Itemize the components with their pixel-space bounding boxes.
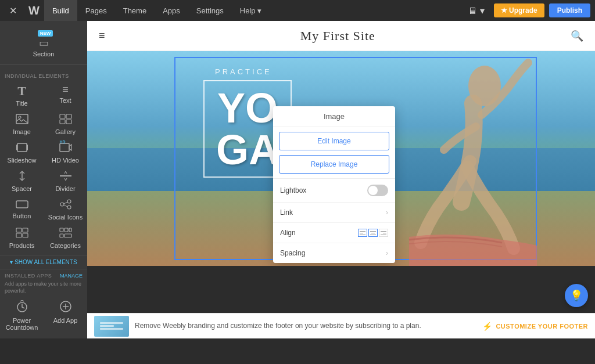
link-row[interactable]: Link › (273, 203, 395, 223)
new-badge: NEW (38, 30, 53, 37)
spacer-icon (16, 171, 28, 184)
toggle-knob (368, 186, 378, 195)
section-icon: ▭ (39, 37, 49, 49)
chevron-right-icon: › (386, 208, 388, 217)
sidebar-item-spacer[interactable]: Spacer (0, 167, 44, 196)
spacing-row[interactable]: Spacing › (273, 243, 395, 263)
svg-rect-20 (16, 233, 21, 237)
align-label: Align (280, 229, 296, 237)
image-label: Image (13, 128, 31, 135)
hd-video-label: HD Video (52, 157, 79, 164)
popup-title: Image (273, 106, 395, 127)
svg-point-15 (67, 206, 71, 209)
upgrade-button[interactable]: ★ Upgrade (494, 3, 544, 17)
footer-bar: Remove Weebly branding and customize the… (87, 313, 595, 338)
sidebar-item-slideshow[interactable]: Slideshow (0, 139, 44, 167)
svg-rect-3 (66, 114, 71, 118)
slideshow-icon (16, 142, 28, 156)
svg-rect-18 (16, 228, 21, 232)
hamburger-icon[interactable]: ≡ (99, 30, 105, 42)
sidebar-item-social-icons[interactable]: Social Icons (44, 196, 87, 224)
products-label: Products (9, 242, 34, 249)
show-all-label: ▾ SHOW ALL ELEMENTS (10, 259, 77, 265)
footer-message: Remove Weebly branding and customize the… (135, 322, 476, 331)
hd-video-icon: HD (59, 142, 72, 156)
svg-rect-26 (64, 234, 71, 237)
replace-image-button[interactable]: Replace Image (279, 155, 389, 174)
align-icons (358, 229, 388, 237)
tab-help[interactable]: Help ▾ (232, 0, 270, 21)
show-all-elements[interactable]: ▾ SHOW ALL ELEMENTS (0, 255, 87, 269)
tab-pages[interactable]: Pages (77, 0, 115, 21)
site-header: ≡ My First Site 🔍 (87, 21, 595, 51)
device-selector[interactable]: 🖥 ▾ (463, 3, 489, 19)
section-element-section: NEW ▭ Section (0, 21, 87, 65)
apps-description: Add apps to make your site more powerful… (0, 280, 87, 297)
apps-grid: Power Countdown Add App (0, 297, 87, 334)
lightbox-toggle[interactable] (367, 185, 388, 196)
sidebar-item-power-countdown[interactable]: Power Countdown (0, 297, 44, 334)
lightning-icon: ⚡ (482, 322, 492, 331)
fab-button[interactable]: 💡 (565, 284, 588, 307)
practice-text: PRACTICE (215, 67, 272, 76)
title-label: Title (16, 100, 27, 107)
main-area: NEW ▭ Section INDIVIDUAL ELEMENTS T Titl… (0, 21, 595, 338)
title-icon: T (17, 84, 26, 99)
manage-apps-link[interactable]: MANAGE (60, 273, 83, 279)
svg-rect-6 (17, 143, 27, 152)
individual-elements-label: INDIVIDUAL ELEMENTS (0, 70, 87, 80)
tab-apps[interactable]: Apps (155, 0, 188, 21)
sidebar-item-section[interactable]: NEW ▭ Section (0, 26, 87, 62)
sidebar: NEW ▭ Section INDIVIDUAL ELEMENTS T Titl… (0, 21, 87, 338)
sidebar-item-divider[interactable]: Divider (44, 167, 87, 196)
preview-lines (100, 321, 123, 331)
svg-rect-23 (64, 228, 68, 232)
sidebar-item-image[interactable]: Image (0, 110, 44, 139)
tab-settings[interactable]: Settings (188, 0, 232, 21)
lightbox-row[interactable]: Lightbox (273, 179, 395, 203)
lightbulb-icon: 💡 (570, 289, 583, 302)
divider-icon (59, 171, 72, 184)
svg-point-1 (19, 116, 21, 118)
align-line-short (371, 233, 375, 233)
align-line (360, 231, 365, 232)
sidebar-item-title[interactable]: T Title (0, 80, 44, 110)
social-icons-label: Social Icons (48, 214, 83, 221)
align-center-icon[interactable] (368, 229, 378, 237)
close-button[interactable]: ✕ (5, 3, 21, 19)
sidebar-item-text[interactable]: ≡ Text (44, 80, 87, 110)
lightbox-label: Lightbox (280, 186, 306, 194)
text-label: Text (59, 97, 71, 104)
spacing-label: Spacing (280, 249, 305, 257)
align-row[interactable]: Align (273, 223, 395, 243)
add-app-label: Add App (53, 317, 78, 324)
gallery-icon (59, 114, 72, 127)
customize-footer-cta[interactable]: ⚡ CUSTOMIZE YOUR FOOTER (482, 322, 588, 331)
tab-build[interactable]: Build (44, 0, 77, 21)
svg-rect-8 (27, 145, 28, 150)
sidebar-grid: T Title ≡ Text Image Galle (0, 80, 87, 253)
yoga-text: YOGA (216, 87, 279, 171)
add-app-icon (59, 300, 72, 316)
sidebar-item-hd-video[interactable]: HD HD Video (44, 139, 87, 167)
search-icon[interactable]: 🔍 (571, 30, 583, 42)
sidebar-item-products[interactable]: Products (0, 224, 44, 253)
button-label: Button (13, 212, 31, 219)
sidebar-item-gallery[interactable]: Gallery (44, 110, 87, 139)
edit-image-button[interactable]: Edit Image (279, 132, 389, 150)
weebly-logo: W (24, 4, 44, 17)
sidebar-item-categories[interactable]: Categories (44, 224, 87, 253)
sidebar-item-add-app[interactable]: Add App (44, 297, 87, 334)
installed-apps-header: INSTALLED APPS MANAGE (0, 269, 87, 280)
hero-image-section[interactable]: PRACTICE YOGA Image Edit Image Replace I… (87, 51, 595, 266)
svg-rect-22 (60, 228, 63, 232)
svg-rect-7 (16, 145, 17, 150)
social-icons-icon (59, 199, 72, 212)
button-icon (16, 199, 28, 211)
align-right-icon[interactable] (379, 229, 388, 237)
sidebar-item-button[interactable]: Button (0, 196, 44, 224)
tab-theme[interactable]: Theme (115, 0, 155, 21)
publish-button[interactable]: Publish (549, 3, 590, 17)
link-label: Link (280, 208, 293, 217)
align-left-icon[interactable] (358, 229, 367, 237)
